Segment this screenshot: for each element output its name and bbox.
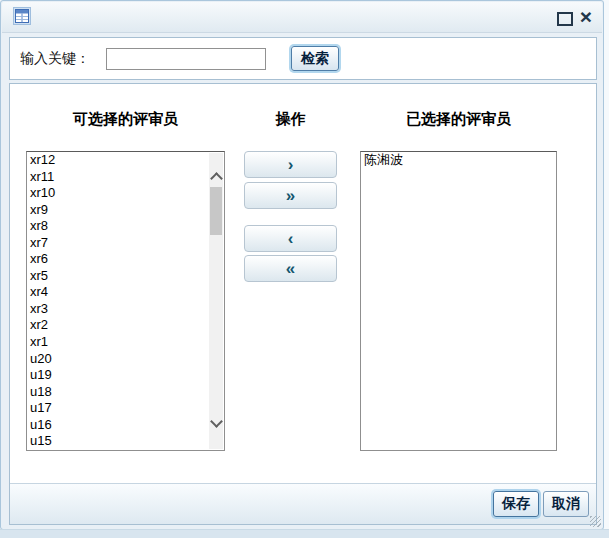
- operation-header: 操作: [244, 110, 337, 129]
- scroll-down-icon[interactable]: [210, 415, 223, 428]
- list-item[interactable]: xr3: [27, 301, 210, 318]
- list-item[interactable]: xr8: [27, 218, 210, 235]
- list-item[interactable]: u19: [27, 367, 210, 384]
- list-item[interactable]: xr10: [27, 185, 210, 202]
- list-item[interactable]: u16: [27, 417, 210, 434]
- move-left-button[interactable]: ‹: [244, 225, 337, 252]
- list-item[interactable]: xr9: [27, 202, 210, 219]
- scrollbar-thumb[interactable]: [210, 187, 222, 235]
- reviewer-picker-dialog: × 输入关键： 检索 可选择的评审员 操作 已选择的评审员 xr12xr11xr…: [0, 0, 604, 530]
- scrollbar[interactable]: [209, 153, 223, 449]
- list-item[interactable]: xr4: [27, 284, 210, 301]
- available-list-header: 可选择的评审员: [26, 110, 225, 129]
- list-item[interactable]: xr6: [27, 251, 210, 268]
- footer-bar: 保存 取消: [10, 483, 596, 524]
- search-label: 输入关键：: [20, 50, 90, 68]
- list-item[interactable]: u15: [27, 433, 210, 450]
- list-item[interactable]: 陈湘波: [361, 152, 556, 169]
- scroll-up-icon[interactable]: [210, 172, 223, 185]
- cancel-button[interactable]: 取消: [543, 491, 589, 517]
- move-all-right-button[interactable]: »: [244, 182, 337, 209]
- resize-grip[interactable]: [590, 516, 601, 527]
- transfer-area: 可选择的评审员 操作 已选择的评审员 xr12xr11xr10xr9xr8xr7…: [9, 83, 597, 525]
- list-item[interactable]: xr11: [27, 169, 210, 186]
- selected-reviewers-list[interactable]: 陈湘波: [360, 151, 557, 451]
- table-grid-icon: [13, 7, 31, 25]
- maximize-icon[interactable]: [557, 12, 573, 26]
- available-reviewers-list[interactable]: xr12xr11xr10xr9xr8xr7xr6xr5xr4xr3xr2xr1u…: [26, 151, 225, 451]
- background-page-bottom: [0, 529, 609, 538]
- search-input[interactable]: [106, 48, 266, 70]
- list-item[interactable]: u20: [27, 351, 210, 368]
- list-item[interactable]: u18: [27, 384, 210, 401]
- selected-list-header: 已选择的评审员: [360, 110, 557, 129]
- search-bar: 输入关键： 检索: [9, 37, 597, 80]
- background-page-edge: [604, 0, 609, 530]
- list-item[interactable]: u17: [27, 400, 210, 417]
- titlebar[interactable]: ×: [2, 2, 602, 33]
- list-item[interactable]: xr1: [27, 334, 210, 351]
- save-button[interactable]: 保存: [493, 491, 539, 517]
- list-item[interactable]: xr2: [27, 317, 210, 334]
- list-item[interactable]: xr7: [27, 235, 210, 252]
- search-button[interactable]: 检索: [291, 46, 339, 71]
- close-icon[interactable]: ×: [577, 4, 595, 30]
- list-item[interactable]: xr5: [27, 268, 210, 285]
- list-item[interactable]: xr12: [27, 152, 210, 169]
- move-right-button[interactable]: ›: [244, 151, 337, 178]
- move-all-left-button[interactable]: «: [244, 255, 337, 282]
